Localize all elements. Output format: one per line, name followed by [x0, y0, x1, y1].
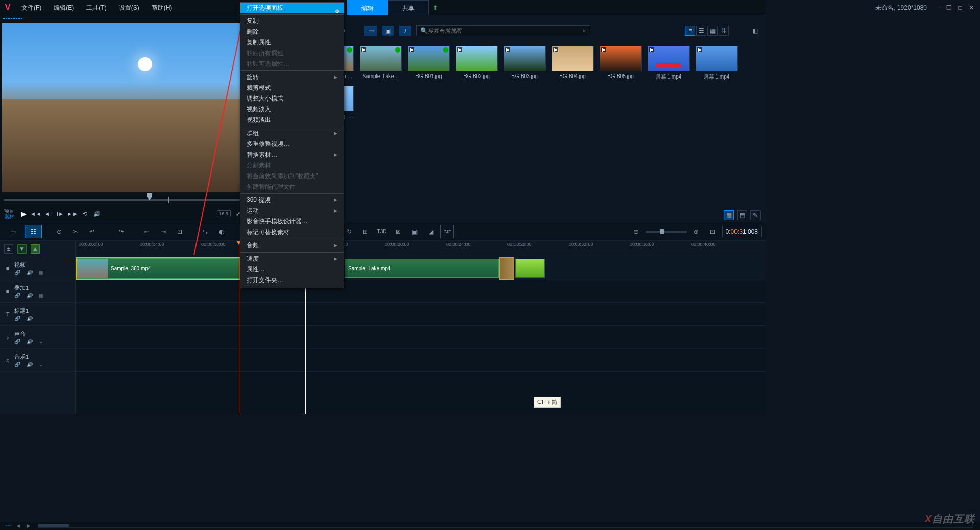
music-track-row[interactable]: [76, 349, 766, 372]
timeline-timecode[interactable]: 0:00:31:008: [722, 226, 762, 237]
view-details-button[interactable]: ☰: [696, 26, 706, 36]
library-thumbnail[interactable]: ▶BG-B03.jpg: [503, 46, 546, 81]
view-grid-button[interactable]: ▦: [707, 26, 718, 36]
search-input[interactable]: [428, 28, 582, 34]
track-mute-icon[interactable]: 🔊: [27, 316, 33, 321]
timeline-mode-button[interactable]: ☷: [24, 225, 42, 238]
context-menu-item[interactable]: 标记可替换素材: [240, 227, 344, 238]
video-track-row[interactable]: Sample_360.mp4 Sample_Lake.mp4: [76, 257, 766, 280]
context-menu-item[interactable]: 替换素材…▶: [240, 149, 344, 160]
track-mute-icon[interactable]: 🔊: [27, 270, 33, 275]
fx-2-button[interactable]: ↻: [342, 225, 356, 238]
menu-edit[interactable]: 编辑(E): [47, 0, 80, 15]
track-mute-icon[interactable]: 🔊: [27, 293, 33, 298]
prev-frame-button[interactable]: ◄I: [43, 209, 53, 219]
cut-button[interactable]: ✂: [69, 225, 82, 238]
track-grid-icon[interactable]: ▦: [39, 270, 43, 275]
mark-in-button[interactable]: ⇤: [140, 225, 154, 238]
upload-icon[interactable]: ⬆: [433, 0, 438, 15]
library-thumbnail[interactable]: ▶Sample_Lake…: [359, 46, 402, 81]
context-menu-item[interactable]: 旋转▶: [240, 72, 344, 83]
context-menu-item[interactable]: 删除: [240, 27, 344, 37]
library-thumbnail[interactable]: ▶BG-B01.jpg: [407, 46, 450, 81]
play-button[interactable]: ▶: [18, 209, 29, 219]
zoom-out-button[interactable]: ⊖: [629, 225, 643, 238]
track-header[interactable]: ♪声音🔗🔊⌄: [0, 326, 75, 349]
slip-button[interactable]: ⇆: [199, 225, 212, 238]
track-header[interactable]: ♫音乐1🔗🔊⌄: [0, 349, 75, 372]
track-header[interactable]: ■视频🔗🔊▦: [0, 257, 75, 280]
bottom-view-3[interactable]: ✎: [750, 210, 761, 220]
filter-video-button[interactable]: ▭: [364, 26, 377, 36]
library-thumbnail[interactable]: ▶BG-B05.jpg: [599, 46, 642, 81]
mark-out-button[interactable]: ⇥: [157, 225, 170, 238]
context-menu-item[interactable]: 360 视频▶: [240, 195, 344, 206]
record-button[interactable]: ⊙: [53, 225, 66, 238]
fx-5-button[interactable]: ⊠: [391, 225, 405, 238]
track-link-icon[interactable]: 🔗: [14, 339, 20, 344]
track-chevron-icon[interactable]: ⌄: [39, 339, 43, 344]
transition-clip[interactable]: [499, 257, 514, 280]
volume-button[interactable]: 🔊: [92, 209, 102, 219]
track-link-icon[interactable]: 🔗: [14, 293, 20, 298]
title-track-row[interactable]: [76, 303, 766, 326]
track-header[interactable]: ■叠加1🔗🔊▦: [0, 280, 75, 303]
home-button[interactable]: ◄◄: [31, 209, 41, 219]
context-menu-item[interactable]: 裁剪模式: [240, 83, 344, 93]
aspect-ratio[interactable]: 16:9: [217, 210, 231, 217]
context-menu-item[interactable]: 打开文件夹…: [240, 275, 344, 286]
context-menu-item[interactable]: 群组▶: [240, 128, 344, 139]
redo-button[interactable]: ↷: [115, 225, 128, 238]
menu-settings[interactable]: 设置(S): [113, 0, 145, 15]
toggle-all-button[interactable]: ±: [4, 244, 13, 254]
context-menu-item[interactable]: 影音快手模板设计器…: [240, 216, 344, 227]
menu-help[interactable]: 帮助(H): [145, 0, 179, 15]
context-menu-item[interactable]: 音频▶: [240, 240, 344, 251]
clip-sample-360[interactable]: Sample_360.mp4: [77, 258, 240, 279]
filter-audio-button[interactable]: ♪: [399, 26, 411, 36]
fit-button[interactable]: ⊡: [173, 225, 186, 238]
view-list-button[interactable]: ≡: [685, 26, 695, 36]
search-box[interactable]: 🔍 ✕: [416, 25, 590, 36]
next-frame-button[interactable]: I►: [55, 209, 65, 219]
context-menu-item[interactable]: 视频淡出: [240, 115, 344, 125]
end-button[interactable]: ►►: [67, 209, 78, 219]
image-clip[interactable]: [515, 259, 545, 278]
undo-button[interactable]: ↶: [85, 225, 99, 238]
context-menu-item[interactable]: 复制属性: [240, 37, 344, 48]
context-menu-item[interactable]: 打开选项面板✥: [240, 3, 344, 13]
context-menu-item[interactable]: 多重修整视频…: [240, 139, 344, 149]
menu-file[interactable]: 文件(F): [15, 0, 47, 15]
gif-button[interactable]: GIF: [440, 225, 454, 238]
collapse-button[interactable]: ▼: [17, 244, 27, 254]
zoom-in-button[interactable]: ⊕: [690, 225, 703, 238]
track-link-icon[interactable]: 🔗: [14, 270, 20, 275]
context-menu-item[interactable]: 复制: [240, 16, 344, 27]
color-button[interactable]: ◐: [215, 225, 228, 238]
fx-6-button[interactable]: ▣: [408, 225, 421, 238]
tab-share[interactable]: 共享: [388, 0, 429, 15]
storyboard-mode-button[interactable]: ▭: [4, 225, 21, 238]
track-grid-icon[interactable]: ▦: [39, 293, 43, 298]
menu-tools[interactable]: 工具(T): [80, 0, 112, 15]
fx-3-button[interactable]: ⊞: [359, 225, 372, 238]
filter-image-button[interactable]: ▣: [382, 26, 394, 36]
fx-7-button[interactable]: ◪: [424, 225, 437, 238]
track-mute-icon[interactable]: 🔊: [27, 362, 33, 367]
expand-button[interactable]: ▲: [31, 244, 40, 254]
loop-button[interactable]: ⟲: [80, 209, 90, 219]
overlay-track-row[interactable]: [76, 280, 766, 303]
track-header[interactable]: T标题1🔗🔊: [0, 303, 75, 326]
playhead-in[interactable]: [239, 241, 239, 414]
sort-button[interactable]: ⇅: [719, 26, 729, 36]
track-link-icon[interactable]: 🔗: [14, 316, 20, 321]
library-thumbnail[interactable]: ▶屏幕 1.mp4: [647, 46, 690, 81]
zoom-slider[interactable]: [646, 231, 687, 233]
library-thumbnail[interactable]: ▶BG-B02.jpg: [455, 46, 498, 81]
context-menu-item[interactable]: 属性…: [240, 264, 344, 275]
context-menu-item[interactable]: 调整大小模式: [240, 93, 344, 104]
track-link-icon[interactable]: 🔗: [14, 362, 20, 367]
context-menu-item[interactable]: 视频淡入: [240, 104, 344, 115]
zoom-fit-button[interactable]: ⊡: [706, 225, 719, 238]
context-menu-item[interactable]: 运动▶: [240, 206, 344, 216]
